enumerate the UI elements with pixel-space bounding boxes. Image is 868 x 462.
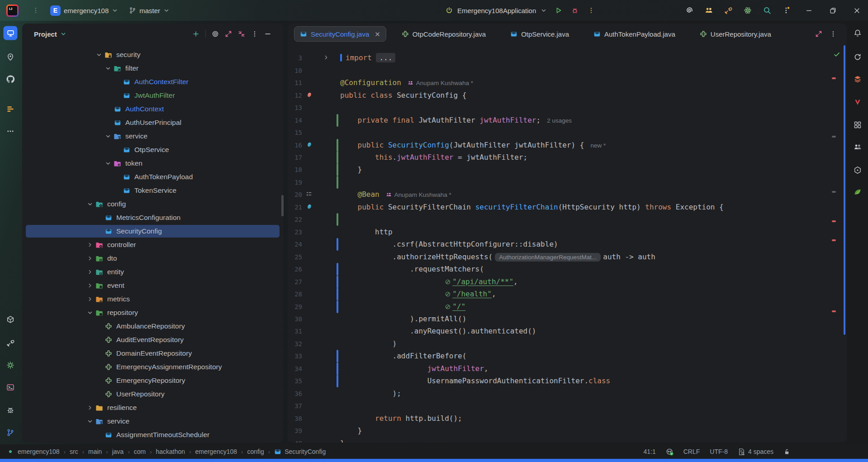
tool-more-icon[interactable] [6,127,14,135]
tool-commit-pin-icon[interactable] [6,53,14,61]
tree-item-AmbulanceRepository[interactable]: AmbulanceRepository [22,319,283,333]
tool-github-icon[interactable] [6,75,15,84]
stripe-mark[interactable] [832,136,836,138]
minimize-button[interactable] [805,7,813,14]
chevron-right-icon[interactable] [85,282,95,289]
chevron-right-icon[interactable] [85,269,95,275]
vcs-change-marker[interactable] [337,362,338,375]
chevron-down-icon[interactable] [103,133,113,139]
vcs-change-marker[interactable] [337,139,338,152]
tree-item-MetricsConfiguration[interactable]: MetricsConfiguration [22,211,283,224]
chevron-right-icon[interactable] [85,242,95,248]
vcs-branch-widget[interactable]: master [129,7,170,14]
run-configuration[interactable]: Emergency108Application [457,7,536,14]
tree-item-repository[interactable]: repository [22,306,283,319]
error-stripe-mark[interactable] [832,220,836,222]
error-stripe-mark[interactable] [832,310,836,312]
close-button[interactable] [853,7,861,14]
inspections-ok-icon[interactable] [833,51,840,58]
more-run-options-icon[interactable] [588,7,595,14]
tool-project-icon[interactable] [4,26,18,40]
indent-setting[interactable]: 4 spaces [738,448,773,456]
chevron-down-icon[interactable] [85,201,95,207]
main-menu-icon[interactable] [32,7,39,14]
error-stripe-mark[interactable] [832,239,836,241]
tool-collaboration-icon[interactable] [854,143,862,151]
breadcrumb-SecurityConfig[interactable]: SecurityConfig [274,448,326,455]
vcs-change-marker[interactable] [337,263,338,276]
code-with-me-icon[interactable] [705,6,713,14]
tree-item-controller[interactable]: controller [22,238,283,252]
code-editor[interactable]: 3import ...1011@ConfigurationAnupam Kush… [288,44,847,443]
project-widget[interactable]: E emergency108 [50,5,118,16]
url-mapping-icon[interactable] [445,277,452,286]
vcs-change-marker[interactable] [337,375,338,387]
tree-item-EmergencyRepository[interactable]: EmergencyRepository [22,374,283,387]
error-stripe-mark[interactable] [832,77,836,79]
tree-item-metrics[interactable]: metrics [22,292,283,306]
tree-item-config[interactable]: config [22,197,283,211]
vcs-change-marker[interactable] [337,300,338,313]
tool-structure-icon[interactable] [6,105,14,113]
breadcrumb-hackathon[interactable]: hackathon [156,448,185,455]
tree-item-entity[interactable]: entity [22,265,283,279]
tools-icon[interactable] [724,6,732,14]
tree-item-DomainEventRepository[interactable]: DomainEventRepository [22,347,283,360]
tool-layers-icon[interactable] [854,75,862,83]
chevron-down-icon[interactable] [541,7,547,14]
tree-item-JwtAuthFilter[interactable]: JwtAuthFilter [22,89,283,102]
breadcrumb-main[interactable]: main [88,448,102,455]
breadcrumb-src[interactable]: src [70,448,78,455]
search-everywhere-icon[interactable] [763,6,771,14]
breadcrumb-emergency108[interactable]: emergency108 [18,448,60,455]
url-mapping-icon[interactable] [445,302,452,311]
tree-item-AuthContext[interactable]: AuthContext [22,102,283,116]
tab-SecurityConfig.java[interactable]: SecurityConfig.java✕ [294,26,386,42]
more-options-icon[interactable] [251,30,258,38]
folded-imports[interactable]: ... [376,53,395,62]
chevron-right-icon[interactable] [85,255,95,262]
vcs-change-marker[interactable] [337,276,338,288]
breadcrumb-config[interactable]: config [247,448,264,455]
tool-tools-icon[interactable] [6,339,14,347]
breadcrumb-java[interactable]: java [112,448,124,455]
tree-item-AuthContextFilter[interactable]: AuthContextFilter [22,75,283,89]
tool-git-branch-icon[interactable] [6,429,14,437]
vcs-change-marker[interactable] [337,163,338,176]
tool-notifications-icon[interactable] [854,29,862,37]
tab-OtpCodeRepository.java[interactable]: OtpCodeRepository.java [393,26,495,42]
tool-v-plugin-icon[interactable] [854,98,862,106]
spring-bean-icon[interactable] [306,141,313,148]
tool-package-icon[interactable] [6,315,14,324]
close-tab-icon[interactable]: ✕ [375,31,380,38]
vcs-change-marker[interactable] [337,151,338,164]
vcs-change-marker[interactable] [337,350,338,362]
tree-item-resilience[interactable]: resilience [22,401,283,414]
editor-scrollbar[interactable] [844,45,845,335]
tab-UserRepository.java[interactable]: UserRepository.java [691,26,780,42]
chevron-down-icon[interactable] [94,52,104,58]
collapse-all-icon[interactable] [238,30,245,38]
tab-AuthTokenPayload.java[interactable]: AuthTokenPayload.java [584,26,684,42]
tool-debug-bug-icon[interactable] [6,406,14,414]
copilot-status-icon[interactable] [666,448,674,456]
tree-item-EmergencyAssignmentRepository[interactable]: EmergencyAssignmentRepository [22,360,283,374]
vcs-change-marker[interactable] [337,288,338,300]
breadcrumb-emergency108[interactable]: emergency108 [195,448,237,455]
tool-spring-icon[interactable] [854,188,862,196]
tab-OtpService.java[interactable]: OtpService.java [501,26,578,42]
vcs-change-marker[interactable] [337,176,338,189]
breadcrumb-com[interactable]: com [134,448,146,455]
project-panel-title[interactable]: Project [34,30,66,38]
tree-item-token[interactable]: token [22,157,283,170]
spring-bean-icon[interactable] [306,203,313,210]
expand-editor-icon[interactable] [815,30,822,38]
spring-bean-icon[interactable] [306,91,313,98]
fold-chevron-icon[interactable] [323,54,329,61]
add-button[interactable] [192,30,199,38]
tree-item-event[interactable]: event [22,279,283,292]
tool-settings-icon[interactable] [6,361,14,369]
restore-button[interactable] [829,7,837,14]
tree-item-SecurityConfig[interactable]: SecurityConfig [22,224,283,238]
bean-methods-icon[interactable] [306,191,313,197]
